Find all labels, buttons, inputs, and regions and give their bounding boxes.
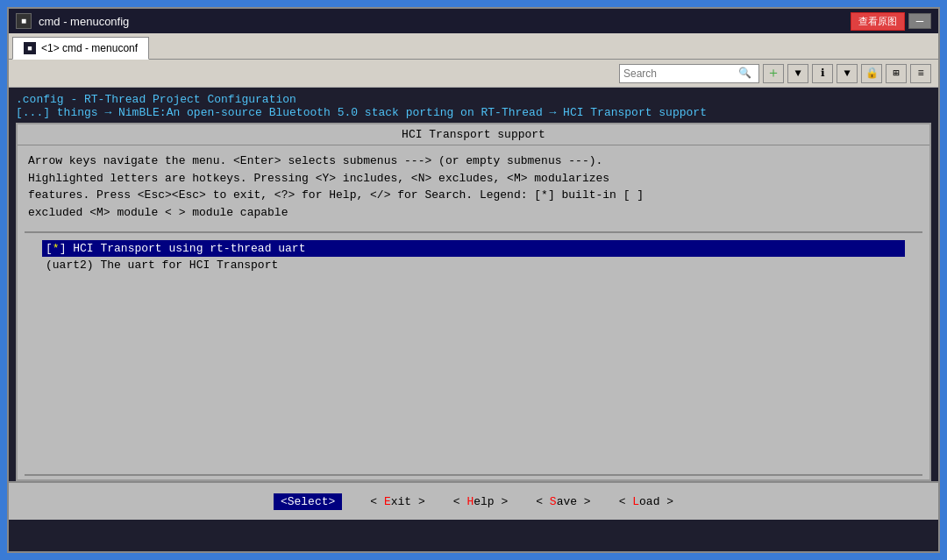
title-bar-controls: 查看原图 — <box>851 12 931 31</box>
view-original-button[interactable]: 查看原图 <box>851 12 905 31</box>
bottom-button-bar: <Select> < Exit > < Help > < Save > < Lo… <box>9 481 938 520</box>
select-btn-label: <Select> <box>274 493 342 510</box>
help-button[interactable]: < Help > <box>453 495 508 508</box>
save-button[interactable]: < Save > <box>536 495 590 508</box>
menu-items-area: [*] HCI Transport using rt-thread uart(u… <box>25 231 922 476</box>
search-icon[interactable]: 🔍 <box>737 67 751 81</box>
search-box[interactable]: 🔍 <box>619 64 759 83</box>
main-window: ■ cmd - menuconfig 查看原图 — ■ <1> cmd - me… <box>7 7 940 553</box>
exit-hotkey: E <box>384 495 391 508</box>
window-title: cmd - menuconfig <box>39 15 851 28</box>
tab-icon: ■ <box>24 42 36 54</box>
help-line4: excluded <M> module < > module capable <box>28 204 919 222</box>
dropdown2-button[interactable]: ▼ <box>837 64 858 83</box>
config-line: .config - RT-Thread Project Configuratio… <box>16 93 931 106</box>
dropdown-button[interactable]: ▼ <box>787 64 808 83</box>
title-bar: ■ cmd - menuconfig 查看原图 — <box>9 9 938 33</box>
tab-cmd-menuconf[interactable]: ■ <1> cmd - menuconf <box>12 37 149 60</box>
load-hotkey: L <box>632 495 639 508</box>
help-line3: features. Press <Esc><Esc> to exit, <?> … <box>28 187 919 204</box>
menu-item-item1[interactable]: [*] HCI Transport using rt-thread uart <box>42 240 905 257</box>
minimize-button[interactable]: — <box>908 13 931 29</box>
search-input[interactable] <box>623 67 737 80</box>
app-icon: ■ <box>16 13 32 29</box>
select-button[interactable]: <Select> <box>274 495 342 508</box>
save-hotkey: S <box>550 495 557 508</box>
help-line2: Highlighted letters are hotkeys. Pressin… <box>28 170 919 188</box>
lock-button[interactable]: 🔒 <box>861 64 882 83</box>
breadcrumb-line: [...] things → NimBLE:An open-source Blu… <box>16 106 931 119</box>
exit-button[interactable]: < Exit > <box>370 495 424 508</box>
help-line1: Arrow keys navigate the menu. <Enter> se… <box>28 152 919 170</box>
menu-item-item2[interactable]: (uart2) The uart for HCI Transport <box>42 257 905 273</box>
info-button[interactable]: ℹ <box>812 64 833 83</box>
menu-title: HCI Transport support <box>18 124 929 145</box>
help-text: Arrow keys navigate the menu. <Enter> se… <box>18 145 929 228</box>
grid-button[interactable]: ⊞ <box>886 64 907 83</box>
tab-bar: ■ <1> cmd - menuconf <box>9 33 938 60</box>
help-hotkey: H <box>466 495 474 508</box>
content-area: .config - RT-Thread Project Configuratio… <box>9 88 938 551</box>
tab-label: <1> cmd - menuconf <box>41 42 138 54</box>
bottom-outer-bar <box>9 520 938 551</box>
menu-button[interactable]: ≡ <box>910 64 931 83</box>
add-button[interactable]: ＋ <box>763 64 784 83</box>
load-button[interactable]: < Load > <box>619 495 673 508</box>
toolbar: 🔍 ＋ ▼ ℹ ▼ 🔒 ⊞ ≡ <box>9 60 938 88</box>
